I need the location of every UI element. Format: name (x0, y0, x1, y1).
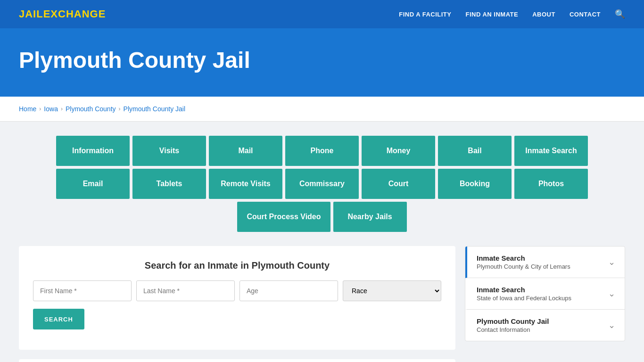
chevron-down-icon-3: ⌄ (608, 320, 615, 330)
search-fields: Race White Black Hispanic Asian Other (33, 280, 441, 301)
chevron-down-icon-2: ⌄ (608, 288, 615, 299)
main-content: Information Visits Mail Phone Money Bail… (0, 122, 644, 362)
btn-money[interactable]: Money (362, 136, 435, 166)
breadcrumb-current: Plymouth County Jail (124, 105, 186, 113)
navbar: JAILEXCHANGE FIND A FACILITY FIND AN INM… (0, 0, 644, 28)
btn-court-process-video[interactable]: Court Process Video (237, 202, 330, 232)
search-button[interactable]: SEARCH (33, 309, 84, 329)
sidebar-item-text-2: Inmate Search State of Iowa and Federal … (477, 286, 571, 302)
sidebar-item-subtitle-2: State of Iowa and Federal Lockups (477, 295, 571, 302)
page-title: Plymouth County Jail (19, 47, 625, 73)
age-input[interactable] (239, 280, 338, 301)
btn-booking[interactable]: Booking (438, 169, 512, 199)
last-name-input[interactable] (136, 280, 235, 301)
race-select[interactable]: Race White Black Hispanic Asian Other (343, 280, 441, 301)
btn-mail[interactable]: Mail (209, 136, 282, 166)
btn-tablets[interactable]: Tablets (132, 169, 206, 199)
nav-find-inmate[interactable]: FIND AN INMATE (465, 11, 518, 18)
nav-links: FIND A FACILITY FIND AN INMATE ABOUT CON… (399, 9, 625, 19)
nav-about[interactable]: ABOUT (532, 11, 555, 18)
sidebar-panel: Inmate Search Plymouth County & City of … (465, 246, 625, 341)
logo-exchange: EXCHANGE (43, 8, 106, 20)
nav-find-facility[interactable]: FIND A FACILITY (399, 11, 451, 18)
btn-court[interactable]: Court (362, 169, 435, 199)
first-name-input[interactable] (33, 280, 132, 301)
sidebar-item-title-3: Plymouth County Jail (477, 317, 549, 325)
sidebar-item-subtitle-3: Contact Information (477, 326, 549, 333)
search-panel: Search for an Inmate in Plymouth County … (19, 246, 455, 350)
nav-contact[interactable]: CONTACT (570, 11, 601, 18)
sidebar-inmate-search-iowa[interactable]: Inmate Search State of Iowa and Federal … (465, 278, 625, 310)
breadcrumb-sep-3: › (119, 106, 121, 112)
search-icon[interactable]: 🔍 (615, 9, 625, 19)
btn-visits[interactable]: Visits (132, 136, 206, 166)
chevron-down-icon-1: ⌄ (608, 257, 615, 267)
breadcrumb-sep-1: › (39, 106, 41, 112)
sidebar-item-subtitle-1: Plymouth County & City of Lemars (477, 263, 570, 270)
btn-information[interactable]: Information (56, 136, 130, 166)
sidebar-item-text-3: Plymouth County Jail Contact Information (477, 317, 549, 333)
tile-button-grid: Information Visits Mail Phone Money Bail… (19, 136, 625, 232)
sidebar-contact-info[interactable]: Plymouth County Jail Contact Information… (465, 310, 625, 341)
btn-photos[interactable]: Photos (514, 169, 588, 199)
btn-inmate-search[interactable]: Inmate Search (514, 136, 588, 166)
btn-bail[interactable]: Bail (438, 136, 512, 166)
bottom-info-section: Plymouth County Jail Information (19, 359, 455, 362)
search-title: Search for an Inmate in Plymouth County (33, 260, 441, 271)
tile-row-1: Information Visits Mail Phone Money Bail… (56, 136, 588, 166)
tile-row-3: Court Process Video Nearby Jails (237, 202, 406, 232)
breadcrumb-home[interactable]: Home (19, 105, 36, 113)
sidebar-item-title-1: Inmate Search (477, 254, 570, 262)
btn-remote-visits[interactable]: Remote Visits (209, 169, 282, 199)
left-column: Search for an Inmate in Plymouth County … (19, 246, 455, 362)
btn-nearby-jails[interactable]: Nearby Jails (333, 202, 407, 232)
breadcrumb-sep-2: › (61, 106, 63, 112)
sidebar-inmate-search-plymouth[interactable]: Inmate Search Plymouth County & City of … (465, 247, 625, 278)
btn-email[interactable]: Email (56, 169, 130, 199)
hero-section: Plymouth County Jail (0, 28, 644, 97)
logo-jail: JAIL (19, 8, 43, 20)
btn-phone[interactable]: Phone (285, 136, 359, 166)
logo[interactable]: JAILEXCHANGE (19, 8, 106, 20)
breadcrumb-iowa[interactable]: Iowa (44, 105, 58, 113)
breadcrumb: Home › Iowa › Plymouth County › Plymouth… (0, 97, 644, 122)
breadcrumb-plymouth-county[interactable]: Plymouth County (66, 105, 116, 113)
lower-section: Search for an Inmate in Plymouth County … (19, 246, 625, 362)
btn-commissary[interactable]: Commissary (285, 169, 359, 199)
tile-row-2: Email Tablets Remote Visits Commissary C… (56, 169, 588, 199)
sidebar-item-title-2: Inmate Search (477, 286, 571, 294)
sidebar-item-text-1: Inmate Search Plymouth County & City of … (477, 254, 570, 270)
